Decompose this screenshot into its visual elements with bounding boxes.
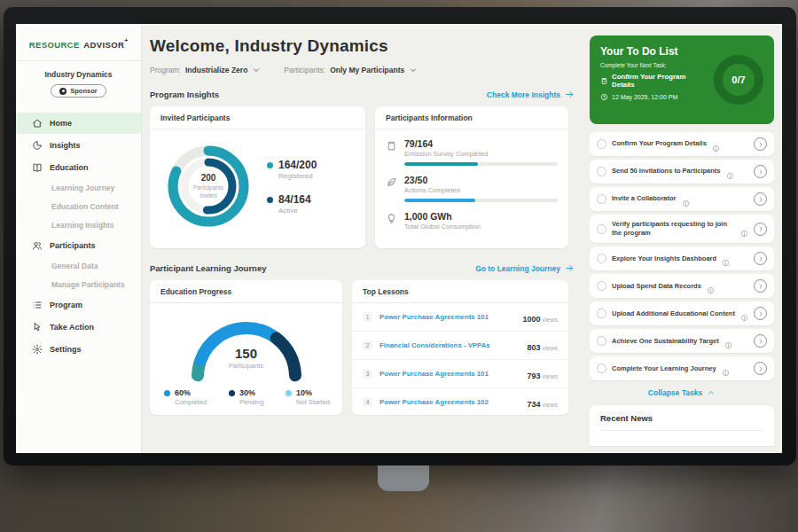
- task-checkbox[interactable]: [597, 224, 606, 234]
- check-more-insights-link[interactable]: Check More Insights: [487, 90, 575, 99]
- legend-dot: [229, 390, 235, 396]
- filter-label: Participants:: [284, 66, 325, 74]
- task-open-button[interactable]: [754, 334, 767, 348]
- sidebar-item-insights[interactable]: Insights: [16, 135, 141, 156]
- info-icon[interactable]: [740, 309, 748, 317]
- donut-center-label: Participants Invited: [188, 184, 229, 199]
- info-icon[interactable]: [726, 168, 734, 176]
- todo-progress-ring: 0/7: [714, 55, 763, 105]
- sidebar-item-take-action[interactable]: Take Action: [16, 317, 141, 338]
- take-action-icon: [32, 322, 43, 332]
- gauge-legend-completed: 60%Completed: [164, 388, 207, 406]
- task-label: Verify participants requesting to join t…: [612, 220, 735, 238]
- task-checkbox[interactable]: [597, 254, 606, 263]
- filter-participants[interactable]: Participants:Only My Participants: [284, 66, 418, 74]
- lesson-title-link[interactable]: Power Purchase Agreements 101: [379, 313, 522, 321]
- info-icon[interactable]: [740, 225, 748, 233]
- participants-stats: 79/164Emission Survey Completed23/50Acti…: [375, 129, 568, 231]
- task-confirm-your-program-details[interactable]: Confirm Your Program Details: [590, 132, 774, 156]
- lesson-views: 1000views: [522, 309, 558, 325]
- stat-progress-fill: [404, 162, 478, 166]
- task-checkbox[interactable]: [597, 167, 606, 176]
- legend-value: 30%: [239, 388, 255, 397]
- sidebar-item-label: Take Action: [50, 323, 94, 332]
- info-icon[interactable]: [682, 195, 690, 203]
- stat-progress-fill: [404, 199, 475, 202]
- task-open-button[interactable]: [754, 165, 767, 178]
- info-icon[interactable]: [712, 140, 720, 148]
- legend-label: Pending: [239, 398, 264, 406]
- lesson-title-link[interactable]: Power Purchase Agreements 102: [379, 398, 527, 406]
- lesson-row: 2Financial Considerations - VPPAs803view…: [352, 331, 568, 359]
- settings-icon: [32, 344, 43, 355]
- sidebar-item-learning-journey[interactable]: Learning Journey: [16, 179, 141, 197]
- sidebar-item-learning-insights[interactable]: Learning Insights: [16, 216, 141, 234]
- task-complete-your-learning-journey[interactable]: Complete Your Learning Journey: [590, 356, 774, 380]
- task-open-button[interactable]: [754, 223, 767, 236]
- participants-information-card: Participants Information 79/164Emission …: [375, 106, 568, 248]
- task-label: Send 50 Invitations to Participants: [612, 167, 721, 176]
- task-open-button[interactable]: [754, 362, 767, 375]
- info-icon[interactable]: [724, 337, 732, 345]
- task-invite-a-collaborator[interactable]: Invite a Collaborator: [590, 187, 774, 211]
- task-label: Upload Additional Educational Content: [612, 309, 735, 318]
- task-checkbox[interactable]: [597, 281, 606, 291]
- task-upload-spend-data-records[interactable]: Upload Spend Data Records: [590, 274, 774, 298]
- todo-title: Your To Do List: [600, 45, 708, 58]
- sidebar-item-settings[interactable]: Settings: [16, 339, 141, 360]
- gauge-center-value: 150: [180, 346, 313, 361]
- info-icon[interactable]: [722, 364, 730, 372]
- sidebar-item-label: Program: [50, 301, 82, 309]
- legend-label: Active: [278, 207, 311, 215]
- task-checkbox[interactable]: [597, 336, 606, 346]
- lesson-views-value: 803: [527, 343, 540, 352]
- task-checkbox[interactable]: [597, 309, 606, 318]
- sidebar-item-program[interactable]: Program: [16, 294, 141, 316]
- sponsor-badge[interactable]: Sponsor: [51, 84, 106, 98]
- sidebar-item-general-data[interactable]: General Data: [16, 257, 141, 275]
- task-explore-your-insights-dashboard[interactable]: Explore Your Insights Dashboard: [590, 246, 774, 270]
- sidebar-item-participants[interactable]: Participants: [16, 235, 141, 256]
- go-to-learning-journey-link[interactable]: Go to Learning Journey: [475, 263, 575, 273]
- info-icon[interactable]: [707, 282, 715, 290]
- logo-advisor: ADVISOR: [83, 40, 124, 50]
- task-checkbox[interactable]: [597, 194, 606, 204]
- clipboard-icon: [386, 140, 397, 152]
- task-label: Complete Your Learning Journey: [612, 364, 716, 373]
- sidebar-item-home[interactable]: Home: [16, 113, 141, 134]
- task-checkbox[interactable]: [597, 139, 606, 149]
- sidebar-item-label: Insights: [50, 141, 81, 150]
- info-icon[interactable]: [722, 254, 730, 262]
- desk-background: RESOURCE ADVISOR+ Industry Dynamics Spon…: [0, 0, 798, 532]
- todo-progress-value: 0/7: [732, 74, 745, 85]
- lesson-title-link[interactable]: Power Purchase Agreements 101: [379, 370, 527, 378]
- task-achieve-one-sustainability-target[interactable]: Achieve One Sustainability Target: [590, 329, 774, 353]
- main-content: Welcome, Industry Dynamics Program:Indus…: [142, 24, 583, 453]
- participant-stat-total-global-consumption: 1,000 GWhTotal Global Consumption: [375, 202, 568, 231]
- program-icon: [32, 300, 43, 310]
- sidebar: RESOURCE ADVISOR+ Industry Dynamics Spon…: [16, 24, 142, 453]
- task-upload-additional-educational-content[interactable]: Upload Additional Educational Content: [590, 301, 774, 325]
- invited-participants-title: Invited Participants: [150, 106, 365, 129]
- go-to-learning-journey-label: Go to Learning Journey: [475, 264, 560, 273]
- clipboard-check-icon: [600, 77, 608, 85]
- task-verify-participants-requesting-to-join-the-program[interactable]: Verify participants requesting to join t…: [590, 215, 774, 243]
- sidebar-item-education-content[interactable]: Education Content: [16, 198, 141, 215]
- task-open-button[interactable]: [754, 307, 767, 320]
- task-open-button[interactable]: [754, 137, 767, 151]
- task-open-button[interactable]: [754, 192, 767, 206]
- task-checkbox[interactable]: [597, 364, 606, 373]
- insights-icon: [32, 140, 43, 151]
- dashboard-screen: RESOURCE ADVISOR+ Industry Dynamics Spon…: [16, 24, 782, 453]
- collapse-tasks-link[interactable]: Collapse Tasks: [590, 388, 774, 397]
- filter-program[interactable]: Program:Industrialize Zero: [150, 66, 261, 74]
- task-open-button[interactable]: [754, 279, 767, 293]
- legend-value: 164/200: [278, 159, 317, 171]
- lesson-title-link[interactable]: Financial Considerations - VPPAs: [379, 341, 527, 349]
- sidebar-item-manage-participants[interactable]: Manage Participants: [16, 276, 141, 293]
- task-send-50-invitations-to-participants[interactable]: Send 50 Invitations to Participants: [590, 160, 774, 184]
- legend-label: Registered: [278, 172, 317, 180]
- sidebar-item-education[interactable]: Education: [16, 157, 141, 178]
- task-open-button[interactable]: [754, 252, 767, 265]
- monitor-bezel: RESOURCE ADVISOR+ Industry Dynamics Spon…: [4, 7, 796, 466]
